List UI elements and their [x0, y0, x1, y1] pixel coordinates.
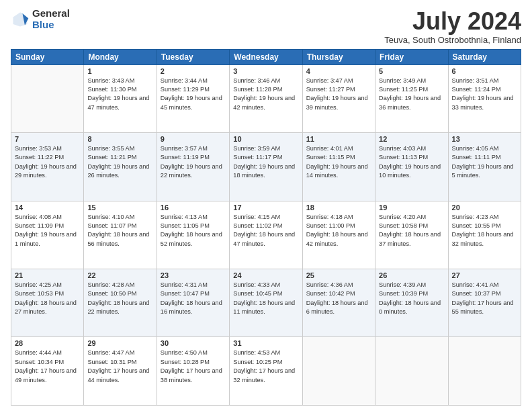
calendar-cell: 16Sunrise: 4:13 AM Sunset: 11:05 PM Dayl… — [157, 201, 229, 269]
subtitle: Teuva, South Ostrobothnia, Finland — [384, 35, 521, 45]
day-number: 21 — [15, 271, 80, 279]
day-number: 1 — [87, 67, 152, 75]
day-number: 23 — [161, 271, 226, 279]
day-info: Sunrise: 4:20 AM Sunset: 10:58 PM Daylig… — [379, 213, 444, 248]
calendar-cell: 9Sunrise: 3:57 AM Sunset: 11:19 PM Dayli… — [157, 133, 229, 201]
logo: General Blue — [11, 8, 70, 30]
day-number: 8 — [87, 135, 152, 143]
day-info: Sunrise: 4:10 AM Sunset: 11:07 PM Daylig… — [87, 213, 152, 248]
calendar-cell: 25Sunrise: 4:36 AM Sunset: 10:42 PM Dayl… — [302, 269, 375, 337]
day-number: 19 — [379, 203, 444, 212]
day-number: 4 — [306, 67, 371, 75]
day-info: Sunrise: 3:49 AM Sunset: 11:25 PM Daylig… — [379, 77, 444, 112]
day-info: Sunrise: 4:33 AM Sunset: 10:45 PM Daylig… — [233, 281, 298, 316]
day-info: Sunrise: 3:51 AM Sunset: 11:24 PM Daylig… — [452, 77, 517, 112]
day-number: 27 — [452, 271, 517, 279]
day-info: Sunrise: 4:47 AM Sunset: 10:31 PM Daylig… — [87, 349, 152, 384]
logo-icon — [11, 10, 30, 29]
day-number: 12 — [379, 135, 444, 143]
logo-text: General Blue — [32, 8, 70, 30]
day-info: Sunrise: 3:44 AM Sunset: 11:29 PM Daylig… — [161, 77, 226, 112]
day-number: 26 — [379, 271, 444, 279]
calendar-cell: 28Sunrise: 4:44 AM Sunset: 10:34 PM Dayl… — [11, 337, 84, 406]
main-title: July 2024 — [384, 8, 521, 35]
day-info: Sunrise: 4:03 AM Sunset: 11:13 PM Daylig… — [379, 144, 444, 180]
day-info: Sunrise: 3:53 AM Sunset: 11:22 PM Daylig… — [15, 144, 80, 180]
calendar-cell: 15Sunrise: 4:10 AM Sunset: 11:07 PM Dayl… — [84, 201, 157, 269]
day-number: 20 — [452, 203, 517, 212]
calendar-cell: 20Sunrise: 4:23 AM Sunset: 10:55 PM Dayl… — [448, 201, 521, 269]
page: General Blue July 2024 Teuva, South Ostr… — [0, 0, 532, 411]
calendar-row: 7Sunrise: 3:53 AM Sunset: 11:22 PM Dayli… — [11, 133, 521, 201]
title-block: July 2024 Teuva, South Ostrobothnia, Fin… — [384, 8, 521, 45]
logo-general: General — [32, 8, 70, 19]
calendar-row: 1Sunrise: 3:43 AM Sunset: 11:30 PM Dayli… — [11, 64, 521, 132]
day-info: Sunrise: 3:59 AM Sunset: 11:17 PM Daylig… — [233, 144, 298, 180]
calendar-cell: 14Sunrise: 4:08 AM Sunset: 11:09 PM Dayl… — [11, 201, 84, 269]
calendar-cell: 18Sunrise: 4:18 AM Sunset: 11:00 PM Dayl… — [302, 201, 375, 269]
logo-blue: Blue — [32, 19, 70, 31]
day-info: Sunrise: 4:08 AM Sunset: 11:09 PM Daylig… — [15, 213, 80, 248]
calendar-cell — [375, 337, 448, 406]
day-number: 22 — [87, 271, 152, 279]
calendar-cell: 24Sunrise: 4:33 AM Sunset: 10:45 PM Dayl… — [230, 269, 302, 337]
day-info: Sunrise: 4:05 AM Sunset: 11:11 PM Daylig… — [452, 144, 517, 180]
day-number: 31 — [233, 339, 298, 347]
header-cell-thursday: Thursday — [302, 49, 375, 64]
day-info: Sunrise: 4:01 AM Sunset: 11:15 PM Daylig… — [306, 144, 371, 180]
day-number: 16 — [161, 203, 226, 212]
header-cell-saturday: Saturday — [448, 49, 521, 64]
calendar-cell: 11Sunrise: 4:01 AM Sunset: 11:15 PM Dayl… — [302, 133, 375, 201]
day-info: Sunrise: 3:43 AM Sunset: 11:30 PM Daylig… — [87, 77, 152, 112]
day-number: 29 — [87, 339, 152, 347]
calendar-cell: 2Sunrise: 3:44 AM Sunset: 11:29 PM Dayli… — [157, 64, 229, 132]
day-info: Sunrise: 4:39 AM Sunset: 10:39 PM Daylig… — [379, 281, 444, 316]
calendar-cell: 13Sunrise: 4:05 AM Sunset: 11:11 PM Dayl… — [448, 133, 521, 201]
day-number: 2 — [161, 67, 226, 75]
header: General Blue July 2024 Teuva, South Ostr… — [11, 8, 521, 45]
calendar-cell — [302, 337, 375, 406]
day-info: Sunrise: 3:46 AM Sunset: 11:28 PM Daylig… — [233, 77, 298, 112]
day-info: Sunrise: 4:25 AM Sunset: 10:53 PM Daylig… — [15, 281, 80, 316]
header-cell-tuesday: Tuesday — [157, 49, 229, 64]
day-info: Sunrise: 4:18 AM Sunset: 11:00 PM Daylig… — [306, 213, 371, 248]
day-number: 25 — [306, 271, 371, 279]
calendar-cell: 21Sunrise: 4:25 AM Sunset: 10:53 PM Dayl… — [11, 269, 84, 337]
day-number: 17 — [233, 203, 298, 212]
calendar-cell: 1Sunrise: 3:43 AM Sunset: 11:30 PM Dayli… — [84, 64, 157, 132]
day-info: Sunrise: 4:28 AM Sunset: 10:50 PM Daylig… — [87, 281, 152, 316]
calendar-cell: 3Sunrise: 3:46 AM Sunset: 11:28 PM Dayli… — [230, 64, 302, 132]
calendar-cell: 5Sunrise: 3:49 AM Sunset: 11:25 PM Dayli… — [375, 64, 448, 132]
calendar-cell: 12Sunrise: 4:03 AM Sunset: 11:13 PM Dayl… — [375, 133, 448, 201]
header-cell-monday: Monday — [84, 49, 157, 64]
header-cell-sunday: Sunday — [11, 49, 84, 64]
day-number: 24 — [233, 271, 298, 279]
calendar-row: 21Sunrise: 4:25 AM Sunset: 10:53 PM Dayl… — [11, 269, 521, 337]
calendar-cell: 23Sunrise: 4:31 AM Sunset: 10:47 PM Dayl… — [157, 269, 229, 337]
day-info: Sunrise: 4:31 AM Sunset: 10:47 PM Daylig… — [161, 281, 226, 316]
day-number: 10 — [233, 135, 298, 143]
day-number: 15 — [87, 203, 152, 212]
header-cell-wednesday: Wednesday — [230, 49, 302, 64]
day-info: Sunrise: 3:47 AM Sunset: 11:27 PM Daylig… — [306, 77, 371, 112]
day-number: 9 — [161, 135, 226, 143]
day-info: Sunrise: 4:53 AM Sunset: 10:25 PM Daylig… — [233, 349, 298, 384]
calendar-cell — [448, 337, 521, 406]
day-number: 14 — [15, 203, 80, 212]
day-number: 5 — [379, 67, 444, 75]
day-info: Sunrise: 4:50 AM Sunset: 10:28 PM Daylig… — [161, 349, 226, 384]
day-number: 13 — [452, 135, 517, 143]
header-row: SundayMondayTuesdayWednesdayThursdayFrid… — [11, 49, 521, 64]
day-number: 28 — [15, 339, 80, 347]
day-info: Sunrise: 4:13 AM Sunset: 11:05 PM Daylig… — [161, 213, 226, 248]
calendar-cell: 22Sunrise: 4:28 AM Sunset: 10:50 PM Dayl… — [84, 269, 157, 337]
calendar-cell — [11, 64, 84, 132]
calendar-cell: 31Sunrise: 4:53 AM Sunset: 10:25 PM Dayl… — [230, 337, 302, 406]
calendar-row: 28Sunrise: 4:44 AM Sunset: 10:34 PM Dayl… — [11, 337, 521, 406]
day-number: 3 — [233, 67, 298, 75]
day-info: Sunrise: 4:23 AM Sunset: 10:55 PM Daylig… — [452, 213, 517, 248]
day-info: Sunrise: 4:36 AM Sunset: 10:42 PM Daylig… — [306, 281, 371, 316]
calendar-cell: 27Sunrise: 4:41 AM Sunset: 10:37 PM Dayl… — [448, 269, 521, 337]
calendar-cell: 19Sunrise: 4:20 AM Sunset: 10:58 PM Dayl… — [375, 201, 448, 269]
calendar-cell: 30Sunrise: 4:50 AM Sunset: 10:28 PM Dayl… — [157, 337, 229, 406]
